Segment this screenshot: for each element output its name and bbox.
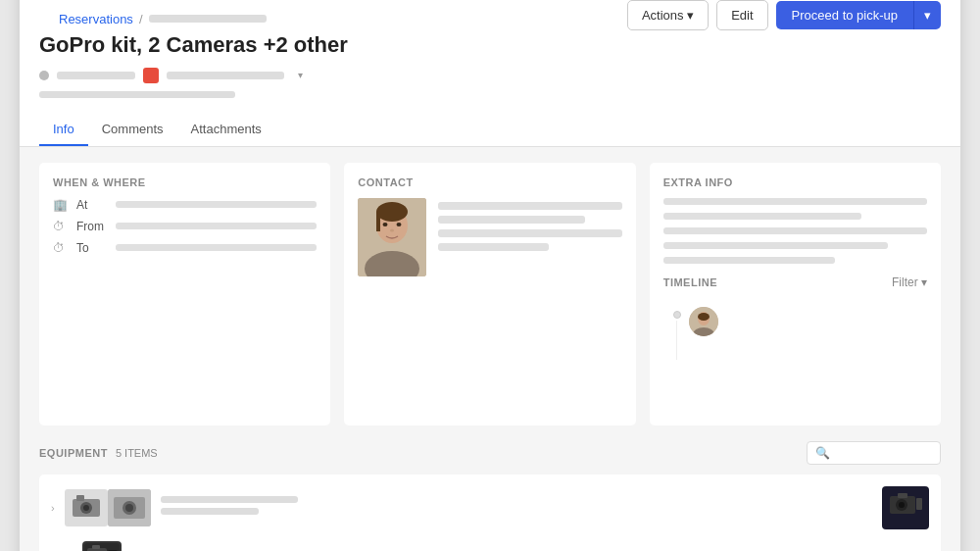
extra-info-label: EXTRA INFO — [663, 176, 927, 188]
page-title: GoPro kit, 2 Cameras +2 other — [39, 32, 941, 58]
contact-phone-line — [438, 229, 621, 237]
tab-info[interactable]: Info — [39, 114, 88, 146]
eq-desc-line — [161, 508, 259, 515]
status-dot-grey — [39, 71, 49, 80]
edit-button[interactable]: Edit — [716, 0, 767, 30]
proceed-button[interactable]: Proceed to pick-up — [776, 1, 913, 29]
status-bar: ▾ — [39, 68, 941, 83]
equipment-image-bottom — [82, 541, 122, 552]
equipment-image-2 — [108, 489, 151, 526]
timeline-filter-button[interactable]: Filter ▾ — [892, 276, 927, 289]
breadcrumb-link[interactable]: Reservations — [59, 12, 133, 26]
subtitle-line — [39, 91, 235, 98]
status-dot-red — [143, 68, 159, 83]
timeline-user-avatar — [689, 307, 718, 336]
svg-point-5 — [383, 223, 388, 226]
svg-rect-23 — [898, 493, 907, 498]
svg-point-10 — [698, 313, 710, 321]
tab-comments[interactable]: Comments — [88, 114, 177, 146]
equipment-row-1: › — [51, 486, 929, 529]
field-from: ⏱ From — [53, 220, 317, 233]
equipment-image-1 — [65, 489, 108, 526]
svg-point-20 — [125, 504, 133, 512]
field-at: 🏢 At — [53, 198, 317, 212]
proceed-group: Proceed to pick-up ▾ — [776, 1, 941, 29]
equipment-row-2 — [51, 533, 929, 552]
equipment-image-right — [882, 486, 929, 529]
contact-info-area — [358, 198, 621, 276]
extra-info-card: EXTRA INFO TIMELINE Filter ▾ — [650, 163, 941, 426]
search-input[interactable] — [834, 446, 932, 460]
field-to: ⏱ To — [53, 241, 317, 255]
to-label: To — [76, 241, 108, 255]
when-where-card: WHEN & WHERE 🏢 At ⏱ From ⏱ To — [39, 163, 330, 426]
equipment-grid: › — [39, 475, 941, 552]
from-value-line — [116, 223, 317, 229]
svg-point-16 — [83, 505, 89, 511]
actions-button[interactable]: Actions ▾ — [627, 0, 709, 30]
when-where-label: WHEN & WHERE — [53, 176, 317, 188]
clock-icon-from: ⏱ — [53, 220, 69, 233]
tab-attachments[interactable]: Attachments — [177, 114, 275, 146]
expand-icon[interactable]: › — [51, 502, 55, 514]
svg-rect-14 — [76, 495, 84, 501]
svg-point-3 — [376, 202, 408, 222]
equipment-section: EQUIPMENT 5 ITEMS 🔍 › — [20, 441, 960, 552]
extra-line-3 — [663, 227, 927, 234]
timeline-dot — [673, 311, 681, 319]
contact-card: CONTACT — [344, 163, 635, 426]
main-content: WHEN & WHERE 🏢 At ⏱ From ⏱ To CONTACT — [20, 147, 960, 441]
timeline-connector — [673, 307, 681, 360]
extra-line-5 — [663, 257, 835, 264]
at-label: At — [76, 198, 108, 212]
equipment-search[interactable]: 🔍 — [807, 441, 941, 465]
extra-line-1 — [663, 198, 927, 205]
breadcrumb: Reservations / — [39, 4, 286, 26]
to-value-line — [116, 244, 317, 251]
timeline-vertical-line — [676, 321, 677, 360]
breadcrumb-separator: / — [139, 12, 143, 26]
contact-text-info — [438, 198, 621, 276]
timeline-header: TIMELINE Filter ▾ — [663, 276, 927, 289]
timeline-section: TIMELINE Filter ▾ — [663, 276, 927, 376]
eq-name-line — [161, 496, 298, 503]
contact-email-line — [438, 216, 585, 224]
equipment-count: 5 ITEMS — [116, 447, 158, 459]
svg-rect-29 — [92, 545, 100, 549]
svg-rect-4 — [376, 212, 380, 231]
svg-point-6 — [397, 223, 402, 226]
extra-info-lines: TIMELINE Filter ▾ — [663, 198, 927, 376]
timeline-label: TIMELINE — [663, 276, 717, 288]
tabs-bar: Info Comments Attachments — [20, 114, 960, 147]
contact-label: CONTACT — [358, 176, 621, 188]
timeline-content — [663, 297, 927, 376]
status-line-1 — [57, 72, 135, 79]
equipment-title: EQUIPMENT — [39, 447, 108, 459]
at-value-line — [116, 201, 317, 208]
search-icon: 🔍 — [815, 446, 830, 460]
extra-line-4 — [663, 242, 888, 249]
proceed-arrow-button[interactable]: ▾ — [913, 1, 941, 29]
breadcrumb-current — [149, 15, 267, 23]
equipment-details — [161, 496, 872, 520]
clock-icon-to: ⏱ — [53, 241, 69, 255]
contact-avatar — [358, 198, 426, 276]
from-label: From — [76, 220, 108, 233]
svg-rect-26 — [916, 498, 922, 510]
svg-point-25 — [899, 502, 905, 508]
contact-org-line — [438, 243, 548, 251]
svg-point-7 — [390, 228, 394, 231]
status-dropdown-icon[interactable]: ▾ — [292, 68, 308, 83]
extra-line-2 — [663, 213, 861, 220]
contact-name-line — [438, 202, 621, 210]
title-area: GoPro kit, 2 Cameras +2 other ▾ — [20, 32, 960, 108]
status-line-2 — [167, 72, 284, 79]
building-icon: 🏢 — [53, 198, 69, 212]
equipment-header: EQUIPMENT 5 ITEMS 🔍 — [39, 441, 941, 465]
